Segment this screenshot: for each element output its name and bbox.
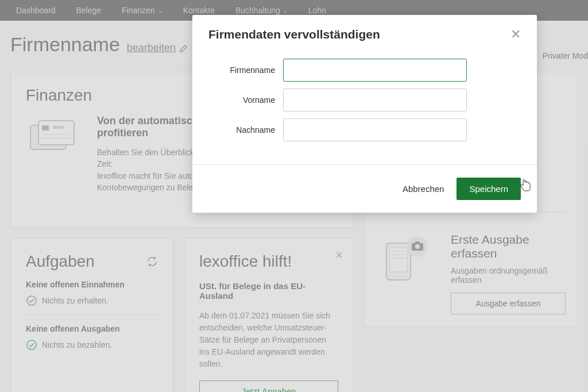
nachname-input[interactable] xyxy=(283,118,467,141)
modal-title: Firmendaten vervollständigen xyxy=(208,28,380,41)
firmenname-input[interactable] xyxy=(283,59,467,82)
cursor-hand-icon xyxy=(519,178,531,192)
company-data-modal: Firmendaten vervollständigen ✕ Firmennam… xyxy=(192,15,537,213)
nachname-label: Nachname xyxy=(208,125,283,134)
vorname-label: Vorname xyxy=(208,95,283,105)
save-button[interactable]: Speichern xyxy=(457,178,521,200)
firmenname-label: Firmenname xyxy=(208,66,283,75)
vorname-input[interactable] xyxy=(283,89,467,112)
close-icon[interactable]: ✕ xyxy=(510,28,521,41)
cancel-button[interactable]: Abbrechen xyxy=(403,184,444,194)
